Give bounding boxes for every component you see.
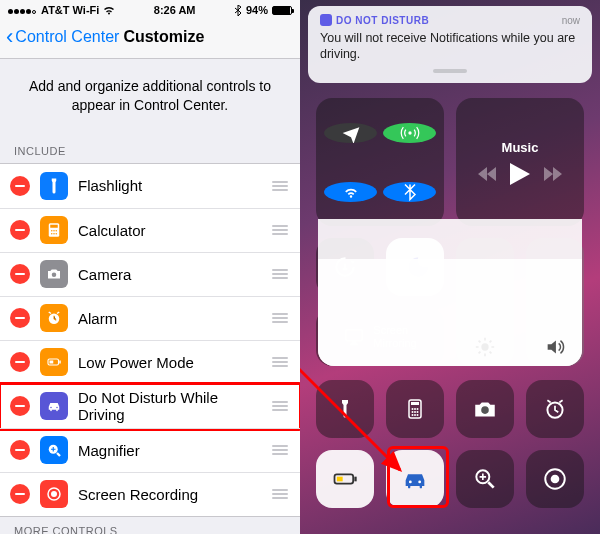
bluetooth-icon (234, 5, 242, 16)
list-item-label: Alarm (78, 310, 260, 327)
camera-icon (40, 260, 68, 288)
control-center-shortcuts (318, 380, 582, 508)
next-track-icon[interactable] (544, 167, 562, 181)
svg-point-29 (417, 411, 419, 413)
list-item[interactable]: Screen Recording (0, 472, 300, 516)
settings-screen: AT&T Wi-Fi 8:26 AM 94% ‹ Control Center … (0, 0, 300, 534)
calculator-button[interactable] (386, 380, 444, 438)
svg-point-6 (53, 233, 55, 235)
music-panel[interactable]: Music (456, 98, 584, 226)
list-item[interactable]: Alarm (0, 296, 300, 340)
magnifier-button[interactable] (456, 450, 514, 508)
list-item[interactable]: Low Power Mode (0, 340, 300, 384)
svg-point-17 (51, 491, 57, 497)
flashlight-icon (40, 172, 68, 200)
list-item-label: Screen Recording (78, 486, 260, 503)
list-item-label: Camera (78, 266, 260, 283)
list-item[interactable]: Flashlight (0, 164, 300, 208)
svg-point-27 (412, 411, 414, 413)
flashlight-button[interactable] (316, 380, 374, 438)
drag-handle-icon[interactable] (270, 225, 290, 235)
music-title-label: Music (502, 140, 539, 155)
play-icon[interactable] (510, 163, 530, 185)
control-center-screen: DO NOT DISTURB now You will not receive … (300, 0, 600, 534)
list-item-label: Do Not Disturb While Driving (78, 389, 260, 423)
connectivity-panel (316, 98, 444, 226)
calculator-icon (40, 216, 68, 244)
list-item-label: Magnifier (78, 442, 260, 459)
notification-banner[interactable]: DO NOT DISTURB now You will not receive … (308, 6, 592, 83)
wifi-icon (103, 6, 115, 15)
svg-point-33 (481, 406, 489, 414)
list-item[interactable]: Calculator (0, 208, 300, 252)
remove-button[interactable] (10, 308, 30, 328)
chevron-left-icon: ‹ (6, 26, 13, 48)
remove-button[interactable] (10, 352, 30, 372)
control-center-grid: Music Screen Mirroring (318, 98, 582, 366)
alarm-button[interactable] (526, 380, 584, 438)
remove-button[interactable] (10, 220, 30, 240)
drag-handle-icon[interactable] (270, 445, 290, 455)
remove-button[interactable] (10, 176, 30, 196)
low-power-button[interactable] (316, 450, 374, 508)
page-description: Add and organize additional controls to … (0, 59, 300, 137)
back-button[interactable]: ‹ Control Center (6, 26, 119, 48)
drag-handle-icon[interactable] (270, 401, 290, 411)
drag-handle-icon[interactable] (270, 181, 290, 191)
svg-point-38 (409, 481, 412, 484)
remove-button[interactable] (10, 484, 30, 504)
svg-point-3 (53, 230, 55, 232)
remove-button[interactable] (10, 440, 30, 460)
svg-rect-1 (50, 225, 58, 228)
list-item[interactable]: Do Not Disturb While Driving (0, 384, 300, 428)
remove-button[interactable] (10, 396, 30, 416)
drag-handle-icon[interactable] (270, 489, 290, 499)
svg-point-39 (418, 481, 421, 484)
svg-point-28 (414, 411, 416, 413)
page-title: Customize (123, 28, 204, 46)
drag-handle-icon[interactable] (270, 357, 290, 367)
notification-app-label: DO NOT DISTURB (320, 14, 429, 26)
nav-bar: ‹ Control Center Customize (0, 18, 300, 59)
svg-point-42 (551, 475, 560, 484)
svg-rect-36 (354, 477, 356, 482)
airplane-toggle[interactable] (324, 123, 377, 143)
prev-track-icon[interactable] (478, 167, 496, 181)
bluetooth-toggle[interactable] (383, 182, 436, 202)
svg-point-4 (56, 230, 58, 232)
drag-handle-icon[interactable] (270, 313, 290, 323)
svg-point-2 (51, 230, 53, 232)
section-header-include: INCLUDE (0, 137, 300, 163)
list-item-label: Low Power Mode (78, 354, 260, 371)
include-list: Flashlight Calculator Camera Alarm Low P… (0, 163, 300, 517)
dnd-driving-button[interactable] (386, 450, 444, 508)
svg-point-24 (412, 408, 414, 410)
svg-point-32 (417, 414, 419, 416)
camera-button[interactable] (456, 380, 514, 438)
volume-slider[interactable] (526, 238, 584, 366)
wifi-toggle[interactable] (324, 182, 377, 202)
svg-point-30 (412, 414, 414, 416)
svg-point-14 (56, 407, 58, 409)
notification-handle[interactable] (433, 69, 467, 73)
svg-rect-11 (59, 361, 61, 364)
alarm-icon (40, 304, 68, 332)
list-item-label: Flashlight (78, 177, 260, 194)
remove-button[interactable] (10, 264, 30, 284)
drag-handle-icon[interactable] (270, 269, 290, 279)
battery-pct-label: 94% (246, 4, 268, 16)
list-item[interactable]: Camera (0, 252, 300, 296)
screen-recording-button[interactable] (526, 450, 584, 508)
status-bar: AT&T Wi-Fi 8:26 AM 94% (0, 0, 300, 18)
volume-icon (544, 336, 566, 358)
battery-icon (272, 6, 292, 15)
cellular-toggle[interactable] (383, 123, 436, 143)
dnd-app-icon (320, 14, 332, 26)
svg-point-5 (51, 233, 53, 235)
list-item[interactable]: Magnifier (0, 428, 300, 472)
low-power-icon (40, 348, 68, 376)
notification-body: You will not receive Notifications while… (320, 30, 580, 63)
svg-rect-37 (337, 477, 343, 482)
svg-point-7 (56, 233, 58, 235)
back-label: Control Center (15, 28, 119, 46)
